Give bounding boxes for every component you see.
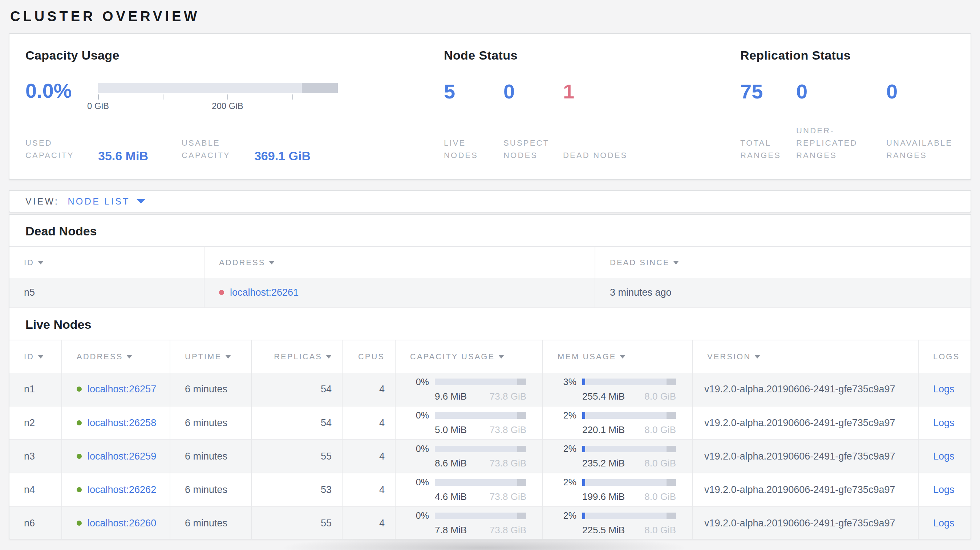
live-node-row: n3 localhost:26259 6 minutes 55 4 0% 8.6… (10, 440, 970, 473)
live-node-address-link[interactable]: localhost:26259 (88, 451, 156, 462)
logs-link[interactable]: Logs (933, 451, 955, 462)
capacity-bar-other-segment (517, 412, 526, 419)
mem-total-value: 8.0 GiB (644, 424, 676, 436)
mem-percent: 2% (553, 477, 576, 488)
live-nodes-heading: Live Nodes (10, 308, 970, 340)
live-node-id: n1 (10, 373, 62, 406)
live-node-uptime: 6 minutes (170, 406, 251, 440)
live-node-mem-usage: 2% 235.2 MiB8.0 GiB (542, 440, 692, 473)
suspect-nodes-label: SUSPECT NODES (503, 137, 563, 162)
live-nodes-label: LIVE NODES (444, 137, 503, 162)
mem-bar-other-segment (667, 479, 676, 486)
live-nodes-table: ID ADDRESS UPTIME REPLICAS CPUS CAPACITY… (10, 340, 970, 539)
live-node-uptime: 6 minutes (170, 473, 251, 506)
live-col-logs[interactable]: LOGS (918, 340, 970, 373)
live-node-address-link[interactable]: localhost:26257 (88, 384, 156, 394)
mem-total-value: 8.0 GiB (644, 491, 676, 502)
capacity-used-value: 8.6 MiB (435, 458, 467, 469)
live-nodes-stat: 5 LIVE NODES (444, 80, 503, 162)
capacity-percent: 0% (406, 377, 429, 387)
used-capacity-stat: USED CAPACITY 35.6 MiB (25, 137, 148, 162)
usable-capacity-stat: USABLE CAPACITY 369.1 GiB (181, 137, 310, 162)
live-status-dot-icon (76, 521, 82, 526)
logs-link[interactable]: Logs (933, 384, 955, 394)
capacity-bar (435, 513, 526, 519)
live-node-capacity-usage: 0% 8.6 MiB73.8 GiB (395, 440, 542, 473)
replication-status-section: Replication Status 75 TOTAL RANGES 0 UND… (740, 48, 974, 162)
live-node-row: n6 localhost:26260 6 minutes 55 4 0% 7.8… (10, 506, 970, 539)
dead-col-dead-since[interactable]: DEAD SINCE (595, 247, 970, 278)
live-nodes-value: 5 (444, 80, 503, 103)
mem-bar-other-segment (667, 446, 676, 452)
capacity-percent-value: 0.0% (25, 80, 82, 102)
live-status-dot-icon (76, 386, 82, 392)
live-node-address-link[interactable]: localhost:26258 (88, 417, 156, 428)
live-col-address[interactable]: ADDRESS (62, 340, 170, 373)
mem-used-value: 225.5 MiB (582, 525, 625, 536)
live-node-row: n4 localhost:26262 6 minutes 53 4 0% 4.6… (10, 473, 970, 506)
mem-total-value: 8.0 GiB (644, 458, 676, 469)
live-col-mem-usage[interactable]: MEM USAGE (542, 340, 692, 373)
mem-percent: 2% (553, 510, 576, 521)
mem-bar (582, 513, 676, 519)
chevron-down-icon[interactable] (137, 199, 145, 203)
live-node-address-link[interactable]: localhost:26262 (88, 484, 156, 495)
logs-link[interactable]: Logs (933, 518, 955, 529)
capacity-percent: 0% (406, 510, 429, 521)
live-node-address-link[interactable]: localhost:26260 (88, 518, 156, 529)
live-node-logs-cell: Logs (918, 440, 970, 473)
live-col-version[interactable]: VERSION (692, 340, 918, 373)
view-dropdown[interactable]: NODE LIST (68, 196, 130, 207)
dead-nodes-value: 1 (563, 80, 650, 103)
live-node-address-cell: localhost:26257 (62, 373, 170, 406)
sort-desc-icon (38, 355, 44, 359)
sort-desc-icon (620, 355, 625, 359)
capacity-total-value: 73.8 GiB (490, 458, 526, 469)
capacity-used-value: 4.6 MiB (435, 491, 467, 502)
dead-col-id[interactable]: ID (10, 247, 204, 278)
mem-used-value: 235.2 MiB (582, 458, 625, 469)
dead-node-dead-since: 3 minutes ago (595, 278, 970, 308)
live-col-uptime[interactable]: UPTIME (170, 340, 251, 373)
sort-desc-icon (38, 261, 44, 264)
gauge-tick-label: 200 GiB (212, 101, 243, 111)
live-col-replicas[interactable]: REPLICAS (251, 340, 342, 373)
capacity-bar (435, 479, 526, 486)
total-ranges-label: TOTAL RANGES (740, 137, 796, 162)
dead-node-address-link[interactable]: localhost:26261 (230, 287, 299, 298)
capacity-gauge-other-segment (302, 83, 338, 93)
node-status-section: Node Status 5 LIVE NODES 0 SUSPECT NODES… (444, 48, 740, 162)
dead-nodes-table: ID ADDRESS DEAD SINCE n5 localhost:26261… (10, 246, 970, 308)
mem-used-value: 199.6 MiB (582, 491, 625, 502)
dead-col-address[interactable]: ADDRESS (204, 247, 595, 278)
live-node-address-cell: localhost:26259 (62, 440, 170, 473)
live-node-id: n4 (10, 473, 62, 506)
page-title: CLUSTER OVERVIEW (10, 9, 971, 24)
cluster-overview-page: CLUSTER OVERVIEW Capacity Usage 0.0% (0, 0, 980, 539)
live-col-capacity-usage[interactable]: CAPACITY USAGE (395, 340, 542, 373)
live-node-logs-cell: Logs (918, 406, 970, 440)
logs-link[interactable]: Logs (933, 417, 955, 428)
gauge-tick (228, 94, 228, 100)
live-status-dot-icon (76, 487, 82, 492)
capacity-usage-heading: Capacity Usage (25, 48, 444, 62)
live-node-logs-cell: Logs (918, 473, 970, 506)
mem-bar-fill (582, 513, 585, 519)
live-status-dot-icon (76, 420, 82, 425)
logs-link[interactable]: Logs (933, 484, 955, 495)
sort-desc-icon (326, 355, 332, 359)
capacity-total-value: 73.8 GiB (490, 424, 526, 436)
live-col-id[interactable]: ID (10, 340, 62, 373)
live-node-cpus: 4 (342, 440, 395, 473)
gauge-tick-label: 0 GiB (87, 101, 109, 111)
total-ranges-value: 75 (740, 80, 796, 103)
dead-node-row: n5 localhost:26261 3 minutes ago (10, 278, 970, 308)
sort-desc-icon (225, 355, 231, 359)
capacity-used-value: 7.8 MiB (435, 525, 467, 536)
sort-desc-icon (126, 355, 132, 359)
live-col-cpus[interactable]: CPUS (342, 340, 395, 373)
mem-bar (582, 479, 676, 486)
view-selector-bar: VIEW: NODE LIST (9, 190, 971, 213)
mem-used-value: 255.4 MiB (582, 391, 625, 402)
live-node-version: v19.2.0-alpha.20190606-2491-gfe735c9a97 (692, 506, 918, 539)
